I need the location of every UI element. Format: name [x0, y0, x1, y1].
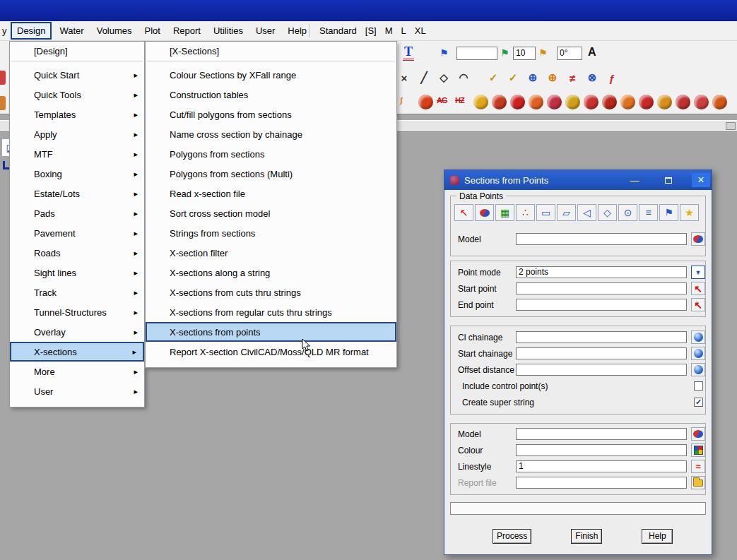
include-control-point-s-checkbox[interactable]: [694, 381, 703, 391]
end-point-icon-button[interactable]: ↖: [691, 298, 705, 311]
design-menu-item-track[interactable]: Track▸: [10, 282, 144, 302]
out-linestyle-input[interactable]: 1: [516, 460, 687, 472]
dp-tool-4[interactable]: ∴: [516, 204, 535, 221]
xsections-menu-item-name-cross-section-by-chainage[interactable]: Name cross section by chainage: [146, 124, 396, 144]
xsections-menu-item-report-x-section-civilcad-moss-qld-mr-format[interactable]: Report X-section CivilCAD/Moss/QLD MR fo…: [146, 342, 396, 362]
dp-tool-11[interactable]: ⚑: [659, 204, 678, 221]
dp-tool-7[interactable]: ◁: [577, 204, 596, 221]
dp-tool-3[interactable]: ▦: [495, 204, 514, 221]
angle-input[interactable]: 0°: [557, 47, 582, 60]
edit-tool-9-icon[interactable]: [602, 95, 617, 109]
edit-tool-15-icon[interactable]: [712, 95, 727, 109]
design-menu-item-mtf[interactable]: MTF▸: [10, 144, 144, 164]
function-icon[interactable]: ƒ: [603, 69, 620, 86]
end-point-input[interactable]: [516, 299, 687, 311]
picker-tool-icon-2[interactable]: ⚑: [538, 47, 548, 59]
menubar-item-water[interactable]: Water: [53, 21, 90, 40]
dp-tool-10[interactable]: ≡: [639, 204, 658, 221]
menubar-item-plot[interactable]: Plot: [138, 21, 167, 40]
minimize-button[interactable]: —: [625, 173, 644, 187]
finish-button[interactable]: Finish: [571, 529, 602, 544]
out-report-file-input[interactable]: [516, 477, 687, 489]
xsections-menu-item-polygons-from-sections[interactable]: Polygons from sections: [146, 144, 396, 164]
dp-tool-9[interactable]: ⊙: [618, 204, 637, 221]
menubar-item-design[interactable]: Design: [11, 22, 52, 40]
range-ag-tool-icon[interactable]: AG: [437, 96, 447, 105]
design-menu-item-estate-lots[interactable]: Estate/Lots▸: [10, 184, 144, 203]
arc-snap-icon[interactable]: ◠: [455, 69, 472, 86]
menubar-item-utilities[interactable]: Utilities: [207, 21, 249, 40]
xsections-menu-item-strings-from-sections[interactable]: Strings from sections: [146, 223, 396, 243]
cl-chainage-input[interactable]: [516, 331, 687, 343]
start-chainage-icon-button[interactable]: [691, 347, 705, 360]
design-menu-item-tunnel-structures[interactable]: Tunnel-Structures▸: [10, 302, 144, 322]
xsections-menu-item-x-section-filter[interactable]: X-section filter: [146, 243, 396, 263]
xsections-menu-item-colour-sections-by-xfall-range[interactable]: Colour Sections by XFall range: [146, 65, 396, 85]
out-model-icon-button[interactable]: [691, 427, 705, 441]
edit-tool-7-icon[interactable]: [565, 95, 580, 109]
design-menu-item-quick-start[interactable]: Quick Start▸: [10, 65, 144, 85]
xsections-menu-item-cut-fill-polygons-from-sections[interactable]: Cut/fill polygons from sections: [146, 105, 396, 124]
text-angle-icon[interactable]: A: [588, 46, 596, 59]
close-button[interactable]: ×: [692, 173, 710, 187]
xsections-menu-item-x-sections-from-points[interactable]: X-sections from points: [146, 322, 396, 342]
style-combo[interactable]: [456, 47, 497, 60]
edit-tool-2-icon[interactable]: [473, 95, 488, 109]
edit-tool-13-icon[interactable]: [676, 95, 690, 109]
out-colour-input[interactable]: [516, 444, 687, 456]
dialog-titlebar[interactable]: Sections from Points — ×: [444, 170, 712, 190]
panel-grip[interactable]: [726, 122, 736, 130]
s-curve-tool-icon[interactable]: ʃ: [400, 96, 402, 105]
maximize-button[interactable]: [659, 173, 678, 187]
gear-blue-icon[interactable]: ⊕: [524, 69, 541, 86]
menubar-item-standard[interactable]: Standard: [315, 21, 361, 40]
menubar-item-report[interactable]: Report: [167, 21, 207, 40]
xsections-menu-item-sort-cross-section-model[interactable]: Sort cross section model: [146, 203, 396, 223]
xsections-menu-item-x-sections-from-cuts-thru-strings[interactable]: X-sections from cuts thru strings: [146, 282, 396, 302]
vertical-tick-icon[interactable]: ✓: [485, 69, 502, 86]
process-button[interactable]: Process: [493, 529, 531, 544]
xsections-menu-header[interactable]: [X-Sections]: [146, 42, 396, 60]
edit-tool-14-icon[interactable]: [694, 95, 709, 109]
offset-distance-input[interactable]: [516, 364, 687, 376]
design-menu-item-templates[interactable]: Templates▸: [10, 105, 144, 124]
menubar-item-s[interactable]: [S]: [361, 21, 381, 40]
menubar-item-m[interactable]: M: [381, 21, 397, 40]
design-menu-item-overlay[interactable]: Overlay▸: [10, 322, 144, 342]
dp-tool-5[interactable]: ▭: [536, 204, 555, 221]
dp-tool-12[interactable]: ★: [680, 204, 699, 221]
menubar-item-l[interactable]: L: [397, 21, 411, 40]
design-menu-header[interactable]: [Design]: [10, 42, 144, 60]
edit-tool-5-icon[interactable]: [529, 95, 543, 109]
design-menu-item-boxing[interactable]: Boxing▸: [10, 164, 144, 184]
range-hz-tool-icon[interactable]: HZ: [455, 96, 464, 105]
design-menu-item-user[interactable]: User▸: [10, 381, 144, 401]
gear-orange-icon[interactable]: ⊕: [544, 69, 561, 86]
start-point-icon-button[interactable]: ↖: [691, 282, 705, 295]
edit-tool-10-icon[interactable]: [620, 95, 635, 109]
picker-tool-icon[interactable]: ⚑: [500, 47, 509, 59]
edit-tool-11-icon[interactable]: [639, 95, 654, 109]
dp-model-input[interactable]: [516, 233, 687, 245]
edit-tool-1-icon[interactable]: [418, 95, 433, 109]
edit-tool-8-icon[interactable]: [584, 95, 599, 109]
menubar-item-xl[interactable]: XL: [411, 21, 430, 40]
out-report-file-icon-button[interactable]: [691, 476, 705, 489]
circle-cross-icon[interactable]: ⊗: [584, 69, 601, 86]
vertical-tick2-icon[interactable]: ✓: [505, 69, 521, 86]
cl-chainage-icon-button[interactable]: [691, 330, 705, 344]
point-mode-icon-button[interactable]: ▼: [691, 266, 705, 279]
design-menu-item-sight-lines[interactable]: Sight lines▸: [10, 263, 144, 282]
out-model-input[interactable]: [516, 428, 687, 440]
help-button[interactable]: Help: [642, 529, 673, 544]
xsections-menu-item-x-sections-from-regular-cuts-thru-strings[interactable]: X-sections from regular cuts thru string…: [146, 302, 396, 322]
design-menu-item-more[interactable]: More▸: [10, 362, 144, 381]
menubar-item-user[interactable]: User: [249, 21, 281, 40]
dp-tool-6[interactable]: ▱: [557, 204, 576, 221]
out-colour-icon-button[interactable]: [691, 443, 705, 457]
edit-tool-4-icon[interactable]: [510, 95, 525, 109]
xsections-menu-item-read-x-section-file[interactable]: Read x-section file: [146, 184, 396, 203]
create-super-string-checkbox[interactable]: ✓: [694, 398, 703, 407]
xsections-menu-item-construction-tables[interactable]: Construction tables: [146, 85, 396, 105]
design-menu-item-roads[interactable]: Roads▸: [10, 243, 144, 263]
